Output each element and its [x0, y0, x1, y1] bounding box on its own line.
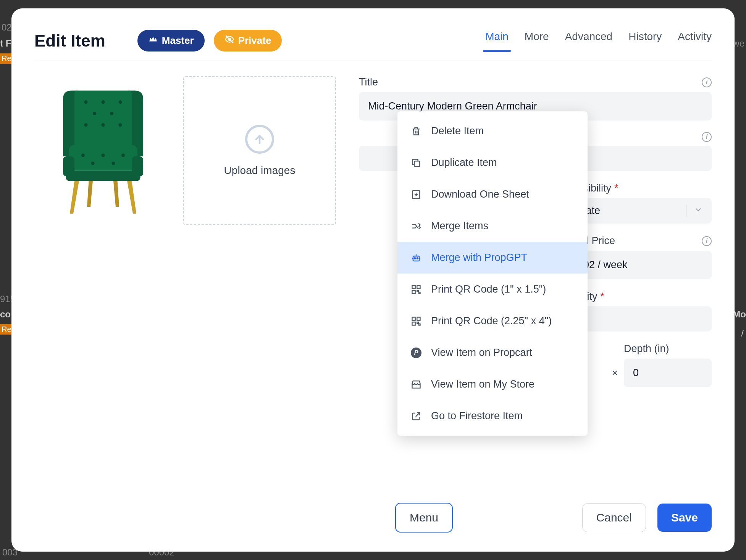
bg-text: co: [0, 309, 11, 320]
visibility-label: Visibility *: [574, 182, 712, 194]
modal-footer: Menu Cancel Save: [34, 491, 712, 533]
svg-rect-31: [412, 322, 415, 325]
svg-point-14: [91, 162, 95, 165]
tab-main[interactable]: Main: [485, 31, 509, 51]
svg-point-11: [81, 154, 85, 157]
svg-rect-19: [414, 161, 420, 166]
svg-point-22: [414, 257, 416, 259]
menu-dropdown: Delete Item Duplicate Item Download One …: [397, 111, 588, 436]
qr-icon: [410, 315, 422, 327]
chevron-down-icon: [686, 205, 702, 217]
menu-item-firestore[interactable]: Go to Firestore Item: [397, 400, 588, 432]
bg-text: 02: [2, 22, 12, 33]
svg-rect-30: [417, 317, 420, 320]
bg-text: Re: [0, 324, 13, 335]
svg-rect-25: [417, 285, 420, 288]
private-badge-label: Private: [238, 35, 271, 47]
cancel-button[interactable]: Cancel: [582, 503, 646, 532]
visibility-select[interactable]: Private: [574, 198, 712, 224]
upload-icon: [245, 125, 274, 154]
external-link-icon: [410, 410, 422, 422]
menu-item-label: Go to Firestore Item: [431, 410, 523, 422]
tab-history[interactable]: History: [628, 31, 662, 51]
modal-header: Edit Item Master Private Main More Advan…: [34, 30, 712, 61]
info-icon[interactable]: i: [702, 132, 712, 142]
quantity-input[interactable]: [574, 306, 712, 331]
menu-item-label: View Item on Propcart: [431, 347, 532, 359]
menu-button[interactable]: Menu: [395, 503, 453, 533]
svg-point-15: [112, 162, 115, 165]
menu-item-label: Print QR Code (2.25" x 4"): [431, 315, 552, 327]
upload-images-dropzone[interactable]: Upload images: [183, 76, 336, 225]
depth-field-group: Depth (in) 0: [624, 343, 712, 387]
page-title: Edit Item: [34, 31, 105, 50]
menu-item-label: Delete Item: [431, 125, 484, 137]
menu-item-label: Print QR Code (1" x 1.5"): [431, 283, 546, 295]
trash-icon: [410, 126, 422, 137]
bg-text: t F: [0, 38, 11, 49]
depth-label: Depth (in): [624, 343, 712, 355]
svg-rect-10: [69, 145, 137, 171]
menu-item-duplicate[interactable]: Duplicate Item: [397, 147, 588, 179]
download-icon: [410, 189, 422, 200]
copy-icon: [410, 157, 422, 169]
svg-rect-28: [419, 292, 420, 294]
svg-rect-18: [66, 171, 140, 181]
bg-text: Mo: [733, 309, 746, 320]
svg-rect-29: [412, 317, 415, 320]
store-icon: [410, 379, 422, 390]
crown-icon: [148, 34, 158, 47]
menu-item-view-propcart[interactable]: P View Item on Propcart: [397, 337, 588, 369]
tab-advanced[interactable]: Advanced: [565, 31, 613, 51]
svg-point-6: [110, 112, 113, 115]
save-button[interactable]: Save: [657, 504, 712, 532]
svg-point-8: [102, 123, 105, 127]
robot-icon: [410, 252, 422, 264]
svg-point-13: [121, 154, 125, 157]
tab-bar: Main More Advanced History Activity: [485, 31, 712, 51]
menu-item-label: Merge Items: [431, 220, 488, 232]
upload-label: Upload images: [224, 164, 295, 177]
svg-point-7: [84, 123, 88, 127]
menu-item-print-qr-small[interactable]: Print QR Code (1" x 1.5"): [397, 274, 588, 305]
svg-point-5: [93, 112, 96, 115]
visibility-field-group: Visibility * Private: [574, 182, 712, 224]
svg-rect-33: [419, 324, 420, 325]
merge-icon: [410, 220, 422, 232]
svg-point-3: [102, 100, 105, 104]
rental-price-input[interactable]: 02 / week: [574, 251, 712, 279]
svg-point-9: [119, 123, 122, 127]
menu-item-print-qr-large[interactable]: Print QR Code (2.25" x 4"): [397, 305, 588, 337]
svg-rect-24: [412, 285, 415, 288]
bg-text: Re: [0, 53, 13, 64]
info-icon[interactable]: i: [702, 77, 712, 87]
tab-activity[interactable]: Activity: [678, 31, 712, 51]
qr-icon: [410, 284, 422, 295]
svg-point-23: [417, 257, 418, 259]
quantity-field-group: Quantity *: [574, 291, 712, 331]
master-badge-label: Master: [162, 35, 194, 47]
menu-item-merge-items[interactable]: Merge Items: [397, 210, 588, 242]
eye-off-icon: [224, 34, 234, 47]
menu-item-merge-propgpt[interactable]: Merge with PropGPT: [397, 242, 588, 274]
dimensions-row: × Depth (in) 0: [612, 343, 712, 387]
item-thumbnail[interactable]: [34, 76, 172, 225]
svg-rect-27: [417, 290, 418, 292]
depth-input[interactable]: 0: [624, 359, 712, 387]
svg-point-12: [102, 154, 105, 157]
propcart-icon: P: [410, 347, 422, 359]
info-icon[interactable]: i: [702, 236, 712, 246]
svg-rect-26: [412, 290, 415, 293]
dimension-separator: ×: [612, 367, 618, 387]
private-badge[interactable]: Private: [214, 30, 282, 51]
edit-item-modal: Edit Item Master Private Main More Advan…: [11, 8, 735, 552]
menu-item-delete[interactable]: Delete Item: [397, 115, 588, 147]
svg-point-2: [84, 100, 88, 104]
chair-image: [46, 82, 160, 219]
menu-item-label: Merge with PropGPT: [431, 252, 527, 264]
tab-more[interactable]: More: [525, 31, 549, 51]
svg-point-4: [119, 100, 122, 104]
menu-item-view-store[interactable]: View Item on My Store: [397, 369, 588, 400]
master-badge[interactable]: Master: [137, 30, 205, 51]
menu-item-download-one-sheet[interactable]: Download One Sheet: [397, 179, 588, 210]
